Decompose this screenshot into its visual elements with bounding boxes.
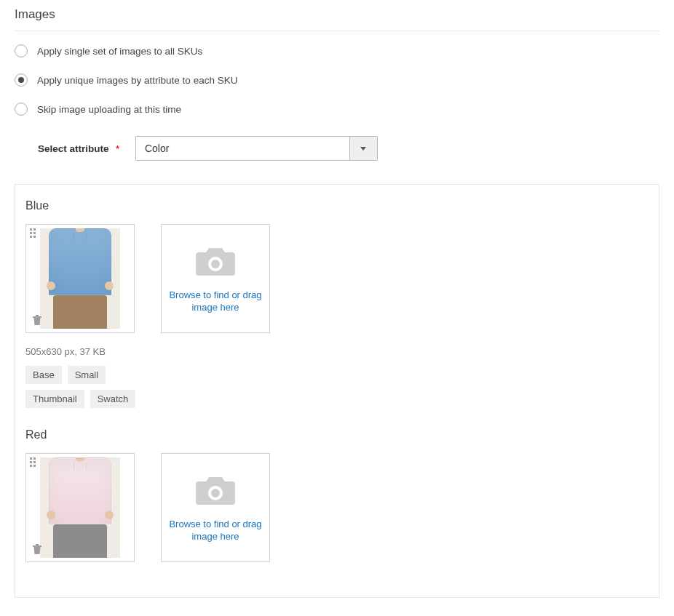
svg-rect-0 <box>33 316 41 318</box>
image-role-tags: Base Small Thumbnail Swatch <box>25 366 156 408</box>
image-dropzone[interactable]: Browse to find or drag image here <box>161 224 270 333</box>
svg-point-3 <box>211 260 220 268</box>
radio-icon[interactable] <box>15 44 28 57</box>
dropzone-text: Browse to find or drag image here <box>162 519 269 543</box>
image-role-tag[interactable]: Small <box>68 366 106 384</box>
radio-option-all-skus[interactable]: Apply single set of images to all SKUs <box>15 44 659 57</box>
svg-point-7 <box>211 489 220 497</box>
svg-rect-5 <box>36 544 39 545</box>
image-thumbnail[interactable] <box>25 224 135 333</box>
image-thumbnail[interactable] <box>25 453 135 562</box>
group-title: Red <box>25 428 649 441</box>
thumbnail-row: Browse to find or drag image here <box>25 224 649 333</box>
drag-handle-icon[interactable] <box>30 228 36 238</box>
attribute-label-text: Select attribute <box>38 143 109 154</box>
radio-option-skip[interactable]: Skip image uploading at this time <box>15 103 659 116</box>
radio-label: Apply unique images by attribute to each… <box>37 75 237 86</box>
image-role-tag[interactable]: Base <box>25 366 62 384</box>
attribute-selector-row: Select attribute * Color <box>38 136 659 161</box>
attribute-label: Select attribute * <box>38 143 119 154</box>
product-image <box>40 228 120 329</box>
image-role-tag[interactable]: Thumbnail <box>25 390 84 408</box>
image-role-tag[interactable]: Swatch <box>90 390 136 408</box>
trash-icon[interactable] <box>32 314 42 328</box>
attribute-group-red: Red <box>25 428 649 562</box>
camera-icon <box>194 473 237 508</box>
attribute-group-blue: Blue <box>25 199 649 408</box>
attribute-images-panel: Blue <box>15 184 659 598</box>
chevron-down-icon <box>360 147 366 151</box>
section-title: Images <box>15 7 659 31</box>
required-marker: * <box>116 144 119 154</box>
radio-label: Skip image uploading at this time <box>37 104 181 115</box>
camera-icon <box>194 244 237 279</box>
attribute-select-toggle[interactable] <box>349 137 377 160</box>
trash-icon[interactable] <box>32 543 42 557</box>
attribute-select[interactable]: Color <box>135 136 378 161</box>
radio-label: Apply single set of images to all SKUs <box>37 46 202 57</box>
attribute-select-value: Color <box>136 137 349 160</box>
product-image <box>40 457 120 558</box>
radio-icon[interactable] <box>15 73 28 87</box>
dropzone-text: Browse to find or drag image here <box>162 289 269 314</box>
radio-option-unique-by-attribute[interactable]: Apply unique images by attribute to each… <box>15 73 659 87</box>
thumbnail-row: Browse to find or drag image here <box>25 453 649 562</box>
image-meta: 505x630 px, 37 KB <box>25 346 649 357</box>
radio-icon[interactable] <box>15 103 28 116</box>
svg-rect-4 <box>33 545 41 547</box>
group-title: Blue <box>25 199 649 212</box>
drag-handle-icon[interactable] <box>30 457 36 467</box>
svg-rect-1 <box>36 315 39 316</box>
image-dropzone[interactable]: Browse to find or drag image here <box>161 453 270 562</box>
